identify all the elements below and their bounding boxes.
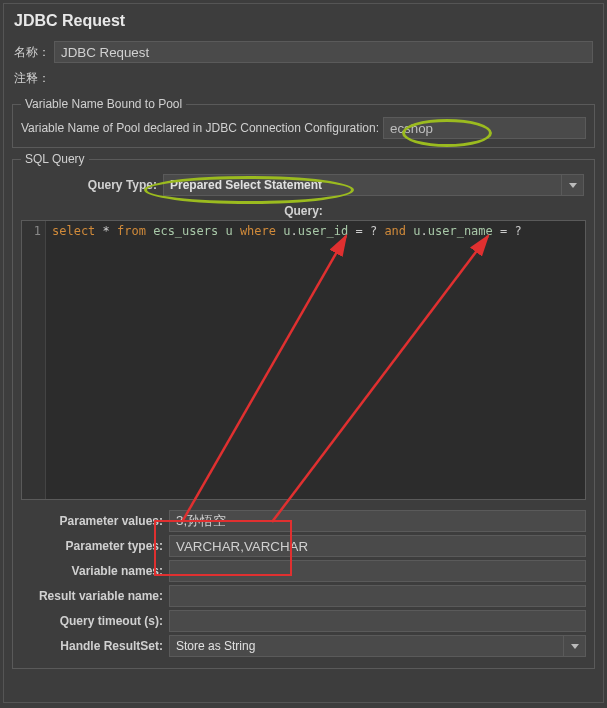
editor-gutter: 1 — [22, 221, 46, 499]
name-input[interactable] — [54, 41, 593, 63]
handle-resultset-label: Handle ResultSet: — [21, 639, 169, 653]
jdbc-request-panel: JDBC Request 名称： 注释： Variable Name Bound… — [3, 3, 604, 703]
comment-label: 注释： — [14, 71, 50, 85]
comment-row: 注释： — [4, 66, 603, 93]
handle-resultset-dropdown-button[interactable] — [564, 635, 586, 657]
pool-label: Variable Name of Pool declared in JDBC C… — [21, 121, 379, 135]
name-row: 名称： — [4, 38, 603, 66]
query-timeout-input[interactable] — [169, 610, 586, 632]
chevron-down-icon — [569, 183, 577, 188]
editor-code[interactable]: select * from ecs_users u where u.user_i… — [46, 221, 585, 499]
query-type-dropdown-button[interactable] — [562, 174, 584, 196]
result-variable-input[interactable] — [169, 585, 586, 607]
param-values-label: Parameter values: — [21, 514, 169, 528]
param-grid: Parameter values: Parameter types: Varia… — [21, 510, 586, 657]
name-label: 名称： — [14, 44, 54, 61]
handle-resultset-select[interactable]: Store as String — [169, 635, 586, 657]
pool-fieldset: Variable Name Bound to Pool Variable Nam… — [12, 97, 595, 148]
param-types-label: Parameter types: — [21, 539, 169, 553]
variable-names-label: Variable names: — [21, 564, 169, 578]
pool-legend: Variable Name Bound to Pool — [21, 97, 186, 111]
query-type-value: Prepared Select Statement — [163, 174, 562, 196]
panel-title: JDBC Request — [4, 4, 603, 38]
sql-legend: SQL Query — [21, 152, 89, 166]
handle-resultset-value: Store as String — [169, 635, 564, 657]
query-header: Query: — [21, 202, 586, 220]
result-variable-label: Result variable name: — [21, 589, 169, 603]
param-types-input[interactable] — [169, 535, 586, 557]
sql-fieldset: SQL Query Query Type: Prepared Select St… — [12, 152, 595, 669]
query-timeout-label: Query timeout (s): — [21, 614, 169, 628]
query-type-label: Query Type: — [23, 178, 163, 192]
pool-name-input[interactable] — [383, 117, 586, 139]
query-type-select[interactable]: Prepared Select Statement — [163, 174, 584, 196]
param-values-input[interactable] — [169, 510, 586, 532]
chevron-down-icon — [571, 644, 579, 649]
sql-editor[interactable]: 1 select * from ecs_users u where u.user… — [21, 220, 586, 500]
variable-names-input[interactable] — [169, 560, 586, 582]
